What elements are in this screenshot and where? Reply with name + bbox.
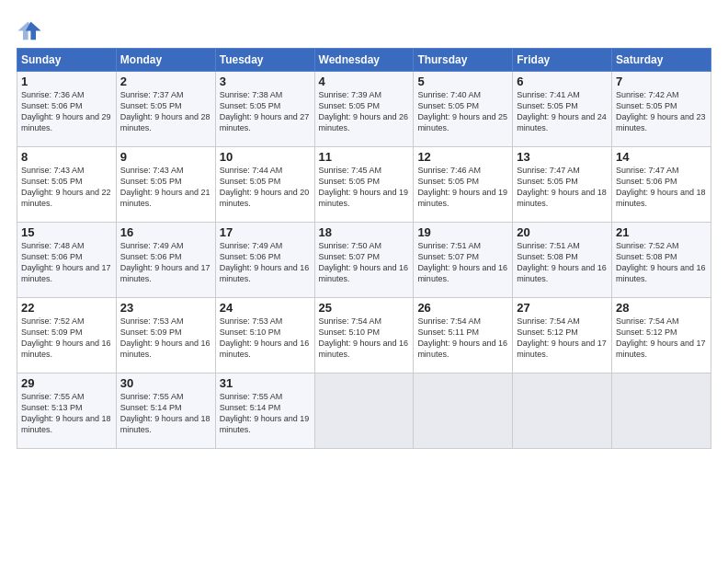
calendar-cell (513, 373, 612, 449)
calendar-cell: 28 Sunrise: 7:54 AM Sunset: 5:12 PM Dayl… (612, 298, 711, 373)
day-info: Sunrise: 7:39 AM Sunset: 5:05 PM Dayligh… (319, 89, 410, 134)
day-number: 2 (120, 75, 211, 88)
day-number: 19 (417, 225, 508, 239)
header (17, 17, 711, 42)
day-number: 9 (120, 150, 211, 164)
calendar-cell: 26 Sunrise: 7:54 AM Sunset: 5:11 PM Dayl… (414, 298, 513, 373)
logo (17, 17, 46, 42)
day-number: 14 (616, 150, 707, 164)
week-row-2: 8 Sunrise: 7:43 AM Sunset: 5:05 PM Dayli… (17, 147, 711, 223)
day-info: Sunrise: 7:51 AM Sunset: 5:08 PM Dayligh… (517, 240, 608, 285)
day-info: Sunrise: 7:48 AM Sunset: 5:06 PM Dayligh… (21, 240, 112, 285)
day-number: 16 (120, 225, 211, 239)
week-row-3: 15 Sunrise: 7:48 AM Sunset: 5:06 PM Dayl… (17, 223, 711, 298)
day-number: 11 (319, 150, 410, 164)
calendar-cell: 16 Sunrise: 7:49 AM Sunset: 5:06 PM Dayl… (116, 223, 215, 298)
day-number: 5 (417, 75, 508, 88)
calendar-cell: 5 Sunrise: 7:40 AM Sunset: 5:05 PM Dayli… (414, 72, 513, 147)
day-number: 10 (220, 150, 311, 164)
day-info: Sunrise: 7:54 AM Sunset: 5:12 PM Dayligh… (517, 316, 608, 361)
calendar-cell: 10 Sunrise: 7:44 AM Sunset: 5:05 PM Dayl… (215, 147, 314, 223)
day-number: 1 (21, 75, 112, 88)
calendar-cell: 11 Sunrise: 7:45 AM Sunset: 5:05 PM Dayl… (314, 147, 414, 223)
calendar-cell: 21 Sunrise: 7:52 AM Sunset: 5:08 PM Dayl… (612, 223, 711, 298)
calendar-cell: 24 Sunrise: 7:53 AM Sunset: 5:10 PM Dayl… (215, 298, 314, 373)
calendar-cell: 14 Sunrise: 7:47 AM Sunset: 5:06 PM Dayl… (612, 147, 711, 223)
calendar-cell: 18 Sunrise: 7:50 AM Sunset: 5:07 PM Dayl… (314, 223, 414, 298)
day-info: Sunrise: 7:42 AM Sunset: 5:05 PM Dayligh… (616, 89, 707, 134)
day-info: Sunrise: 7:49 AM Sunset: 5:06 PM Dayligh… (120, 240, 211, 285)
calendar-cell: 29 Sunrise: 7:55 AM Sunset: 5:13 PM Dayl… (17, 373, 117, 449)
day-number: 27 (517, 301, 608, 315)
calendar-cell: 4 Sunrise: 7:39 AM Sunset: 5:05 PM Dayli… (314, 72, 414, 147)
calendar-cell: 27 Sunrise: 7:54 AM Sunset: 5:12 PM Dayl… (513, 298, 612, 373)
calendar-cell: 31 Sunrise: 7:55 AM Sunset: 5:14 PM Dayl… (215, 373, 314, 449)
calendar-cell: 23 Sunrise: 7:53 AM Sunset: 5:09 PM Dayl… (116, 298, 215, 373)
day-number: 13 (517, 150, 608, 164)
day-number: 4 (319, 75, 410, 88)
calendar-cell: 19 Sunrise: 7:51 AM Sunset: 5:07 PM Dayl… (414, 223, 513, 298)
calendar-cell: 13 Sunrise: 7:47 AM Sunset: 5:05 PM Dayl… (513, 147, 612, 223)
calendar-cell: 17 Sunrise: 7:49 AM Sunset: 5:06 PM Dayl… (215, 223, 314, 298)
day-number: 30 (120, 376, 211, 390)
day-number: 3 (220, 75, 311, 88)
calendar-cell: 22 Sunrise: 7:52 AM Sunset: 5:09 PM Dayl… (17, 298, 117, 373)
day-number: 31 (220, 376, 311, 390)
day-info: Sunrise: 7:53 AM Sunset: 5:09 PM Dayligh… (120, 316, 211, 361)
week-row-1: 1 Sunrise: 7:36 AM Sunset: 5:06 PM Dayli… (17, 72, 711, 147)
weekday-header-saturday: Saturday (612, 49, 711, 72)
day-number: 29 (21, 376, 112, 390)
calendar-cell: 6 Sunrise: 7:41 AM Sunset: 5:05 PM Dayli… (513, 72, 612, 147)
day-info: Sunrise: 7:41 AM Sunset: 5:05 PM Dayligh… (517, 89, 608, 134)
day-number: 17 (220, 225, 311, 239)
day-info: Sunrise: 7:51 AM Sunset: 5:07 PM Dayligh… (417, 240, 508, 285)
day-info: Sunrise: 7:53 AM Sunset: 5:10 PM Dayligh… (220, 316, 311, 361)
day-info: Sunrise: 7:54 AM Sunset: 5:11 PM Dayligh… (417, 316, 508, 361)
weekday-header-wednesday: Wednesday (314, 49, 414, 72)
calendar-cell: 8 Sunrise: 7:43 AM Sunset: 5:05 PM Dayli… (17, 147, 117, 223)
weekday-header-sunday: Sunday (17, 49, 117, 72)
calendar-cell: 15 Sunrise: 7:48 AM Sunset: 5:06 PM Dayl… (17, 223, 117, 298)
day-number: 12 (417, 150, 508, 164)
calendar-cell (414, 373, 513, 449)
calendar-cell: 12 Sunrise: 7:46 AM Sunset: 5:05 PM Dayl… (414, 147, 513, 223)
day-number: 24 (220, 301, 311, 315)
day-info: Sunrise: 7:52 AM Sunset: 5:08 PM Dayligh… (616, 240, 707, 285)
calendar-cell: 1 Sunrise: 7:36 AM Sunset: 5:06 PM Dayli… (17, 72, 117, 147)
calendar-cell: 2 Sunrise: 7:37 AM Sunset: 5:05 PM Dayli… (116, 72, 215, 147)
day-info: Sunrise: 7:37 AM Sunset: 5:05 PM Dayligh… (120, 89, 211, 134)
day-info: Sunrise: 7:55 AM Sunset: 5:14 PM Dayligh… (220, 391, 311, 436)
calendar-cell (314, 373, 414, 449)
day-number: 26 (417, 301, 508, 315)
day-info: Sunrise: 7:47 AM Sunset: 5:06 PM Dayligh… (616, 165, 707, 210)
week-row-4: 22 Sunrise: 7:52 AM Sunset: 5:09 PM Dayl… (17, 298, 711, 373)
day-info: Sunrise: 7:36 AM Sunset: 5:06 PM Dayligh… (21, 89, 112, 134)
day-number: 6 (517, 75, 608, 88)
day-info: Sunrise: 7:50 AM Sunset: 5:07 PM Dayligh… (319, 240, 410, 285)
day-info: Sunrise: 7:46 AM Sunset: 5:05 PM Dayligh… (417, 165, 508, 210)
day-info: Sunrise: 7:38 AM Sunset: 5:05 PM Dayligh… (220, 89, 311, 134)
day-number: 20 (517, 225, 608, 239)
calendar-cell (612, 373, 711, 449)
day-number: 25 (319, 301, 410, 315)
calendar-cell: 30 Sunrise: 7:55 AM Sunset: 5:14 PM Dayl… (116, 373, 215, 449)
day-info: Sunrise: 7:43 AM Sunset: 5:05 PM Dayligh… (120, 165, 211, 210)
day-number: 8 (21, 150, 112, 164)
day-number: 22 (21, 301, 112, 315)
calendar-cell: 9 Sunrise: 7:43 AM Sunset: 5:05 PM Dayli… (116, 147, 215, 223)
day-number: 18 (319, 225, 410, 239)
day-info: Sunrise: 7:47 AM Sunset: 5:05 PM Dayligh… (517, 165, 608, 210)
weekday-header-monday: Monday (116, 49, 215, 72)
weekday-header-thursday: Thursday (414, 49, 513, 72)
day-info: Sunrise: 7:43 AM Sunset: 5:05 PM Dayligh… (21, 165, 112, 210)
day-number: 28 (616, 301, 707, 315)
day-info: Sunrise: 7:49 AM Sunset: 5:06 PM Dayligh… (220, 240, 311, 285)
day-info: Sunrise: 7:54 AM Sunset: 5:12 PM Dayligh… (616, 316, 707, 361)
calendar-cell: 3 Sunrise: 7:38 AM Sunset: 5:05 PM Dayli… (215, 72, 314, 147)
day-info: Sunrise: 7:44 AM Sunset: 5:05 PM Dayligh… (220, 165, 311, 210)
calendar-cell: 7 Sunrise: 7:42 AM Sunset: 5:05 PM Dayli… (612, 72, 711, 147)
calendar-cell: 20 Sunrise: 7:51 AM Sunset: 5:08 PM Dayl… (513, 223, 612, 298)
day-info: Sunrise: 7:45 AM Sunset: 5:05 PM Dayligh… (319, 165, 410, 210)
logo-icon (17, 17, 42, 42)
day-info: Sunrise: 7:40 AM Sunset: 5:05 PM Dayligh… (417, 89, 508, 134)
